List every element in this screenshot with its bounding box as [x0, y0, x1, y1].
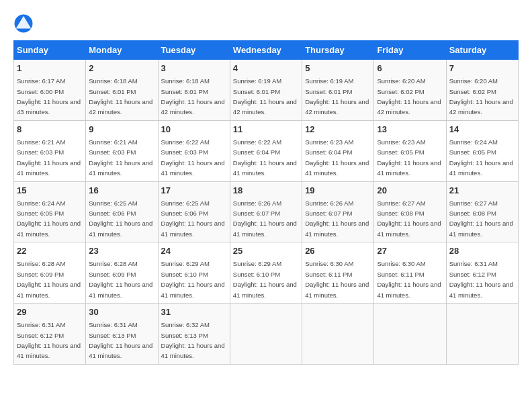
day-info: Sunrise: 6:32 AMSunset: 6:13 PMDaylight:… [161, 321, 225, 359]
day-number: 14 [449, 124, 515, 136]
day-number: 7 [449, 62, 515, 75]
calendar-cell: 11 Sunrise: 6:22 AMSunset: 6:04 PMDaylig… [230, 120, 302, 181]
col-header-friday: Friday [374, 41, 446, 60]
col-header-monday: Monday [86, 41, 158, 60]
logo-icon [13, 13, 34, 34]
calendar-cell: 8 Sunrise: 6:21 AMSunset: 6:03 PMDayligh… [14, 120, 86, 181]
day-number: 29 [17, 306, 83, 318]
col-header-tuesday: Tuesday [158, 41, 230, 60]
day-number: 22 [17, 245, 83, 257]
calendar-cell: 19 Sunrise: 6:26 AMSunset: 6:07 PMDaylig… [302, 181, 374, 242]
day-info: Sunrise: 6:29 AMSunset: 6:10 PMDaylight:… [233, 260, 297, 298]
day-info: Sunrise: 6:26 AMSunset: 6:07 PMDaylight:… [233, 199, 297, 238]
day-info: Sunrise: 6:31 AMSunset: 6:12 PMDaylight:… [449, 260, 513, 298]
calendar-cell: 18 Sunrise: 6:26 AMSunset: 6:07 PMDaylig… [230, 181, 302, 242]
calendar-header: SundayMondayTuesdayWednesdayThursdayFrid… [14, 41, 519, 60]
calendar-table: SundayMondayTuesdayWednesdayThursdayFrid… [13, 40, 519, 365]
day-number: 19 [305, 185, 371, 197]
calendar-cell: 17 Sunrise: 6:25 AMSunset: 6:06 PMDaylig… [158, 181, 230, 242]
calendar-cell: 25 Sunrise: 6:29 AMSunset: 6:10 PMDaylig… [230, 242, 302, 304]
day-info: Sunrise: 6:18 AMSunset: 6:01 PMDaylight:… [161, 77, 225, 116]
day-info: Sunrise: 6:22 AMSunset: 6:03 PMDaylight:… [161, 138, 225, 177]
calendar-cell: 3 Sunrise: 6:18 AMSunset: 6:01 PMDayligh… [158, 60, 230, 121]
logo [13, 13, 36, 34]
calendar-cell: 20 Sunrise: 6:27 AMSunset: 6:08 PMDaylig… [374, 181, 446, 242]
day-info: Sunrise: 6:23 AMSunset: 6:04 PMDaylight:… [305, 138, 369, 177]
calendar-week-3: 15 Sunrise: 6:24 AMSunset: 6:05 PMDaylig… [14, 181, 519, 242]
day-number: 24 [161, 245, 227, 257]
calendar-cell: 14 Sunrise: 6:24 AMSunset: 6:05 PMDaylig… [446, 120, 518, 181]
calendar-week-5: 29 Sunrise: 6:31 AMSunset: 6:12 PMDaylig… [14, 304, 519, 365]
calendar-cell: 4 Sunrise: 6:19 AMSunset: 6:01 PMDayligh… [230, 60, 302, 121]
day-number: 5 [305, 62, 371, 75]
calendar-cell: 22 Sunrise: 6:28 AMSunset: 6:09 PMDaylig… [14, 242, 86, 304]
calendar-cell: 26 Sunrise: 6:30 AMSunset: 6:11 PMDaylig… [302, 242, 374, 304]
calendar-cell: 6 Sunrise: 6:20 AMSunset: 6:02 PMDayligh… [374, 60, 446, 121]
calendar-cell: 9 Sunrise: 6:21 AMSunset: 6:03 PMDayligh… [86, 120, 158, 181]
day-number: 28 [449, 245, 515, 257]
header-row: SundayMondayTuesdayWednesdayThursdayFrid… [14, 41, 519, 60]
day-info: Sunrise: 6:27 AMSunset: 6:08 PMDaylight:… [449, 199, 513, 238]
calendar-cell: 7 Sunrise: 6:20 AMSunset: 6:02 PMDayligh… [446, 60, 518, 121]
day-info: Sunrise: 6:30 AMSunset: 6:11 PMDaylight:… [305, 260, 369, 298]
day-number: 8 [17, 124, 83, 136]
day-number: 25 [233, 245, 299, 257]
calendar-cell: 29 Sunrise: 6:31 AMSunset: 6:12 PMDaylig… [14, 304, 86, 365]
calendar-cell: 27 Sunrise: 6:30 AMSunset: 6:11 PMDaylig… [374, 242, 446, 304]
day-number: 3 [161, 62, 227, 75]
day-info: Sunrise: 6:25 AMSunset: 6:06 PMDaylight:… [89, 199, 152, 238]
day-number: 31 [161, 306, 227, 318]
calendar-week-1: 1 Sunrise: 6:17 AMSunset: 6:00 PMDayligh… [14, 60, 519, 121]
col-header-wednesday: Wednesday [230, 41, 302, 60]
day-number: 20 [377, 185, 443, 197]
day-info: Sunrise: 6:19 AMSunset: 6:01 PMDaylight:… [233, 77, 297, 116]
day-info: Sunrise: 6:30 AMSunset: 6:11 PMDaylight:… [377, 260, 441, 298]
day-number: 1 [17, 62, 83, 75]
day-number: 4 [233, 62, 299, 75]
day-number: 16 [89, 185, 154, 197]
day-info: Sunrise: 6:31 AMSunset: 6:13 PMDaylight:… [89, 321, 152, 359]
day-info: Sunrise: 6:24 AMSunset: 6:05 PMDaylight:… [17, 199, 81, 238]
day-number: 6 [377, 62, 443, 75]
day-info: Sunrise: 6:28 AMSunset: 6:09 PMDaylight:… [17, 260, 81, 298]
calendar-cell: 1 Sunrise: 6:17 AMSunset: 6:00 PMDayligh… [14, 60, 86, 121]
day-info: Sunrise: 6:25 AMSunset: 6:06 PMDaylight:… [161, 199, 225, 238]
day-number: 17 [161, 185, 227, 197]
calendar-cell: 31 Sunrise: 6:32 AMSunset: 6:13 PMDaylig… [158, 304, 230, 365]
day-info: Sunrise: 6:27 AMSunset: 6:08 PMDaylight:… [377, 199, 441, 238]
calendar-cell: 28 Sunrise: 6:31 AMSunset: 6:12 PMDaylig… [446, 242, 518, 304]
calendar-cell: 16 Sunrise: 6:25 AMSunset: 6:06 PMDaylig… [86, 181, 158, 242]
calendar-cell: 2 Sunrise: 6:18 AMSunset: 6:01 PMDayligh… [86, 60, 158, 121]
day-info: Sunrise: 6:18 AMSunset: 6:01 PMDaylight:… [89, 77, 152, 116]
day-info: Sunrise: 6:24 AMSunset: 6:05 PMDaylight:… [449, 138, 513, 177]
day-info: Sunrise: 6:20 AMSunset: 6:02 PMDaylight:… [377, 77, 441, 116]
col-header-thursday: Thursday [302, 41, 374, 60]
day-number: 21 [449, 185, 515, 197]
calendar-cell: 10 Sunrise: 6:22 AMSunset: 6:03 PMDaylig… [158, 120, 230, 181]
day-info: Sunrise: 6:22 AMSunset: 6:04 PMDaylight:… [233, 138, 297, 177]
day-info: Sunrise: 6:21 AMSunset: 6:03 PMDaylight:… [17, 138, 81, 177]
calendar-cell: 30 Sunrise: 6:31 AMSunset: 6:13 PMDaylig… [86, 304, 158, 365]
day-number: 9 [89, 124, 154, 136]
day-info: Sunrise: 6:21 AMSunset: 6:03 PMDaylight:… [89, 138, 152, 177]
calendar-cell: 5 Sunrise: 6:19 AMSunset: 6:01 PMDayligh… [302, 60, 374, 121]
day-number: 2 [89, 62, 154, 75]
day-info: Sunrise: 6:26 AMSunset: 6:07 PMDaylight:… [305, 199, 369, 238]
calendar-body: 1 Sunrise: 6:17 AMSunset: 6:00 PMDayligh… [14, 60, 519, 365]
day-number: 12 [305, 124, 371, 136]
day-info: Sunrise: 6:28 AMSunset: 6:09 PMDaylight:… [89, 260, 152, 298]
day-info: Sunrise: 6:31 AMSunset: 6:12 PMDaylight:… [17, 321, 81, 359]
calendar-cell [302, 304, 374, 365]
calendar-cell [230, 304, 302, 365]
calendar-cell: 24 Sunrise: 6:29 AMSunset: 6:10 PMDaylig… [158, 242, 230, 304]
day-number: 26 [305, 245, 371, 257]
day-info: Sunrise: 6:17 AMSunset: 6:00 PMDaylight:… [17, 77, 81, 116]
day-number: 15 [17, 185, 83, 197]
calendar-cell: 13 Sunrise: 6:23 AMSunset: 6:05 PMDaylig… [374, 120, 446, 181]
col-header-sunday: Sunday [14, 41, 86, 60]
calendar-cell: 23 Sunrise: 6:28 AMSunset: 6:09 PMDaylig… [86, 242, 158, 304]
day-number: 11 [233, 124, 299, 136]
day-info: Sunrise: 6:23 AMSunset: 6:05 PMDaylight:… [377, 138, 441, 177]
calendar-cell: 15 Sunrise: 6:24 AMSunset: 6:05 PMDaylig… [14, 181, 86, 242]
day-info: Sunrise: 6:19 AMSunset: 6:01 PMDaylight:… [305, 77, 369, 116]
